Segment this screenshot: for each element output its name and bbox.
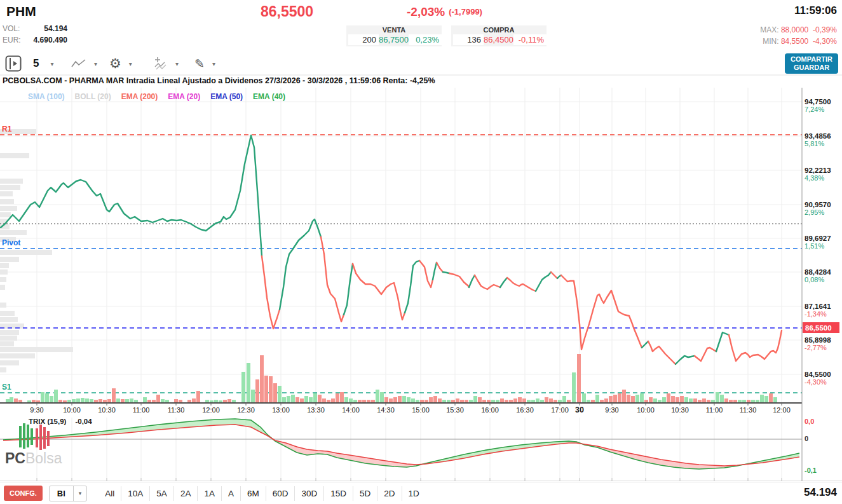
session-volume-total: 54.194: [804, 486, 837, 499]
svg-text:17:00: 17:00: [551, 406, 569, 414]
chart-canvas[interactable]: R1PivotS19:3010:0010:3011:0011:3012:0012…: [0, 0, 842, 504]
change: -2,03%(-1,7999): [407, 5, 482, 19]
save-label: GUARDAR: [786, 64, 837, 72]
ask-price: 86,7500: [379, 35, 409, 44]
max-price: 88,0000: [781, 25, 808, 34]
legend-item[interactable]: EMA (20): [168, 92, 200, 101]
pivot-levels: R1PivotS1: [0, 125, 802, 393]
eur-value: 4.690.490: [34, 36, 67, 44]
legend-item[interactable]: EMA (40): [253, 92, 285, 101]
range-button-2a[interactable]: 2A: [173, 486, 198, 501]
share-save-button[interactable]: COMPARTIR GUARDAR: [785, 53, 838, 74]
svg-text:86,5500: 86,5500: [805, 324, 832, 332]
bid-title: COMPRA: [453, 26, 545, 34]
line-chart-icon: [71, 58, 86, 69]
min-price: 84,5500: [781, 37, 808, 46]
svg-text:1,51%: 1,51%: [805, 242, 824, 250]
range-buttons: All10A5A2A1AA6M60D30D15D5D2D1D: [98, 486, 425, 501]
chart-type-selector[interactable]: ▾: [71, 55, 97, 72]
change-pct: -2,03%: [407, 5, 445, 18]
chevron-down-icon: ▾: [50, 60, 53, 67]
draw-tools-button[interactable]: ✎ ▾: [194, 55, 215, 72]
ask-size: 200: [348, 34, 379, 45]
range-button-60d[interactable]: 60D: [266, 486, 295, 501]
add-indicator-icon: [154, 57, 169, 71]
market-selector-value: BI: [50, 486, 73, 501]
axes: [0, 88, 802, 481]
chevron-down-icon: ▾: [73, 486, 87, 501]
svg-text:11:00: 11:00: [706, 406, 723, 414]
svg-text:11:30: 11:30: [740, 406, 757, 414]
indicator-legend: SMA (100)BOLL (20)EMA (200)EMA (20)EMA (…: [28, 92, 285, 101]
config-button[interactable]: CONFG.: [4, 486, 43, 501]
svg-text:16:30: 16:30: [516, 406, 534, 414]
svg-text:2,95%: 2,95%: [805, 208, 824, 216]
svg-text:11:00: 11:00: [133, 406, 150, 414]
change-abs: (-1,7999): [449, 7, 482, 17]
range-button-5d[interactable]: 5D: [353, 486, 377, 501]
legend-item[interactable]: BOLL (20): [75, 92, 111, 101]
svg-text:12:00: 12:00: [202, 406, 220, 414]
svg-text:87,1641: 87,1641: [805, 303, 831, 310]
legend-item[interactable]: EMA (50): [210, 92, 243, 101]
svg-text:90,9570: 90,9570: [805, 201, 831, 208]
min-label: MIN:: [763, 37, 778, 46]
pcbolsa-logo-icon: [19, 423, 53, 453]
pcbolsa-watermark: PCBolsa: [5, 450, 62, 467]
time-axis-labels: 9:3010:0010:3011:0011:3012:0012:3013:001…: [30, 405, 790, 414]
range-button-30d[interactable]: 30D: [294, 486, 323, 501]
market-selector[interactable]: BI ▾: [49, 486, 88, 501]
svg-text:-4,30%: -4,30%: [805, 378, 827, 386]
pencil-icon: ✎: [194, 57, 205, 71]
range-button-all[interactable]: All: [98, 486, 121, 501]
right-axis-labels: 94,75007,24%93,48565,81%92,22134,38%90,9…: [805, 98, 831, 386]
svg-text:11:30: 11:30: [168, 406, 185, 414]
svg-text:10:30: 10:30: [671, 406, 689, 414]
svg-text:93,4856: 93,4856: [805, 132, 831, 140]
eur-label: EUR:: [3, 36, 21, 44]
settings-button[interactable]: ⚙ ▾: [109, 55, 132, 72]
price-line: [1, 135, 782, 364]
svg-text:94,7500: 94,7500: [805, 98, 831, 106]
chevron-down-icon: ▾: [94, 60, 97, 67]
svg-text:5,81%: 5,81%: [805, 140, 824, 147]
range-button-5a[interactable]: 5A: [149, 486, 173, 501]
watermark-bolsa: Bolsa: [25, 450, 62, 467]
ticker-symbol: PHM: [6, 4, 36, 19]
legend-item[interactable]: EMA (200): [121, 92, 158, 101]
svg-text:88,4284: 88,4284: [805, 268, 831, 276]
legend-item[interactable]: SMA (100): [28, 92, 65, 101]
ask-title: VENTA: [348, 26, 440, 34]
range-button-10a[interactable]: 10A: [121, 486, 149, 501]
svg-text:-2,77%: -2,77%: [805, 344, 827, 351]
svg-text:13:00: 13:00: [272, 406, 290, 414]
svg-text:10:00: 10:00: [63, 406, 81, 414]
svg-text:10:00: 10:00: [637, 406, 655, 414]
range-button-a[interactable]: A: [221, 486, 240, 501]
svg-text:15:30: 15:30: [446, 406, 464, 414]
chevron-down-icon: ▾: [129, 60, 132, 67]
volume-row: VOL: 54.194: [3, 24, 67, 33]
svg-text:Pivot: Pivot: [2, 238, 20, 247]
range-button-15d[interactable]: 15D: [323, 486, 353, 501]
max-pct: -0,39%: [813, 25, 837, 34]
last-price: 86,5500: [261, 3, 313, 20]
range-button-1d[interactable]: 1D: [402, 486, 426, 501]
min-row: MIN: 84,5500 -4,30%: [763, 37, 837, 46]
bid-pct: -0,11%: [513, 34, 547, 45]
svg-text:13:30: 13:30: [307, 406, 325, 414]
svg-text:84,5500: 84,5500: [805, 371, 831, 378]
bid-box[interactable]: COMPRA 136 86,4500 -0,11%: [451, 25, 547, 46]
ask-pct: 0,23%: [409, 34, 442, 45]
range-button-6m[interactable]: 6M: [240, 486, 266, 501]
interval-selector[interactable]: 5 ▾: [33, 55, 54, 72]
chevron-down-icon: ▾: [175, 60, 179, 67]
add-indicator-button[interactable]: ▾: [154, 55, 179, 72]
range-button-2d[interactable]: 2D: [377, 486, 401, 501]
svg-text:4,38%: 4,38%: [805, 174, 824, 182]
ask-box[interactable]: VENTA 200 86,7500 0,23%: [346, 25, 442, 46]
panel-toggle-button[interactable]: [5, 55, 22, 72]
range-button-1a[interactable]: 1A: [197, 486, 221, 501]
svg-text:7,24%: 7,24%: [805, 106, 824, 113]
svg-text:14:30: 14:30: [377, 406, 395, 414]
